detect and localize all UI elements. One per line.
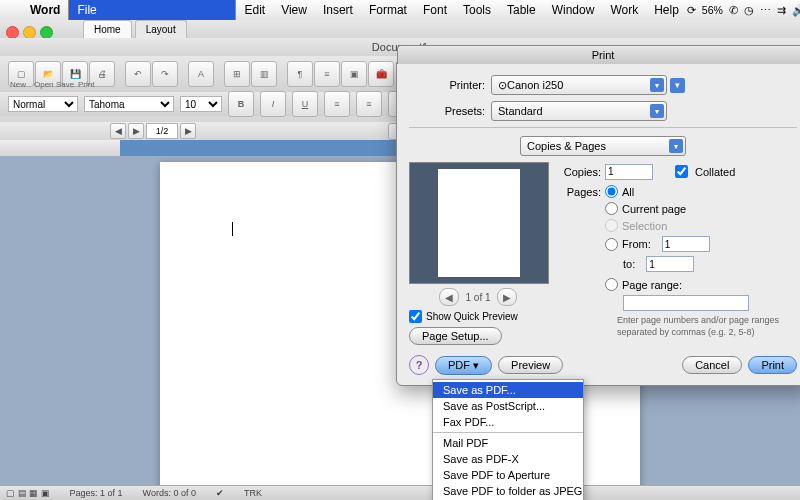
- pdf-button[interactable]: PDF ▾: [435, 356, 492, 375]
- menu-format[interactable]: Format: [361, 1, 415, 19]
- menu-table[interactable]: Table: [499, 1, 544, 19]
- section-value: Copies & Pages: [527, 140, 606, 152]
- menu-save-as-postscript[interactable]: Save as PostScript...: [433, 398, 583, 414]
- print-options: Copies:Collated Pages:All Current page S…: [559, 162, 797, 345]
- show-preview-label: Show Quick Preview: [426, 311, 518, 322]
- preview-panel: ◀ 1 of 1 ▶ Show Quick Preview Page Setup…: [409, 162, 547, 345]
- phone-icon: ✆: [729, 4, 738, 16]
- view-buttons[interactable]: ▢ ▤ ▦ ▣: [6, 488, 50, 498]
- page-prev[interactable]: ◀: [110, 123, 126, 139]
- collated-checkbox[interactable]: [675, 165, 688, 178]
- preview-prev[interactable]: ◀: [439, 288, 459, 306]
- toolbox-button[interactable]: 🧰: [368, 61, 394, 87]
- navigation-button[interactable]: ≡: [314, 61, 340, 87]
- menu-fax-pdf[interactable]: Fax PDF...: [433, 414, 583, 430]
- pages-label: Pages:: [70, 488, 98, 498]
- menu-font[interactable]: Font: [415, 1, 455, 19]
- print-dialog-title: Print: [397, 45, 800, 64]
- size-select[interactable]: 10: [180, 96, 222, 112]
- print-button[interactable]: Print: [748, 356, 797, 374]
- page-next[interactable]: ▶: [128, 123, 144, 139]
- show-button[interactable]: ¶: [287, 61, 313, 87]
- page-range-label: Page range:: [622, 279, 682, 291]
- wifi-icon: ⇉: [777, 4, 786, 16]
- app-name[interactable]: Word: [22, 1, 68, 19]
- print-dialog: Print Printer: ⊙ Canon i250▾ ▾ Presets: …: [396, 62, 800, 386]
- menu-save-pdf-jpeg[interactable]: Save PDF to folder as JPEG: [433, 483, 583, 499]
- pages-all-label: All: [622, 186, 634, 198]
- status-bar: ▢ ▤ ▦ ▣ Pages: 1 of 1 Words: 0 of 0 ✔ TR…: [0, 485, 800, 500]
- menu-tools[interactable]: Tools: [455, 1, 499, 19]
- printer-info-button[interactable]: ▾: [670, 78, 685, 93]
- apple-menu[interactable]: [6, 8, 22, 12]
- lbl-new: New: [10, 80, 26, 89]
- page-range-radio[interactable]: [605, 278, 618, 291]
- lbl-save: Save: [56, 80, 74, 89]
- style-select[interactable]: Normal: [8, 96, 78, 112]
- menu-window[interactable]: Window: [544, 1, 603, 19]
- align-center-button[interactable]: ≡: [356, 91, 382, 117]
- menu-save-as-pdf[interactable]: Save as PDF...: [433, 382, 583, 398]
- pages-all-radio[interactable]: [605, 185, 618, 198]
- menu-edit[interactable]: Edit: [236, 1, 273, 19]
- gallery-button[interactable]: ▣: [341, 61, 367, 87]
- preview-next[interactable]: ▶: [497, 288, 517, 306]
- macos-menubar: Word File Edit View Insert Format Font T…: [0, 0, 800, 21]
- page-field[interactable]: [146, 123, 178, 139]
- section-select[interactable]: Copies & Pages▾: [520, 136, 686, 156]
- menu-help[interactable]: Help: [646, 1, 687, 19]
- preview-button[interactable]: Preview: [498, 356, 563, 374]
- format-button[interactable]: A: [188, 61, 214, 87]
- columns-button[interactable]: ▥: [251, 61, 277, 87]
- to-field[interactable]: [646, 256, 694, 272]
- lbl-open: Open: [34, 80, 54, 89]
- tables-button[interactable]: ⊞: [224, 61, 250, 87]
- presets-select[interactable]: Standard▾: [491, 101, 667, 121]
- from-field[interactable]: [662, 236, 710, 252]
- pages-current-radio[interactable]: [605, 202, 618, 215]
- page-go[interactable]: ▶: [180, 123, 196, 139]
- preview-page-label: 1 of 1: [465, 292, 490, 303]
- dots-icon: ⋯: [760, 4, 771, 16]
- redo-button[interactable]: ↷: [152, 61, 178, 87]
- menu-file[interactable]: File: [68, 0, 236, 22]
- copies-label: Copies:: [559, 166, 601, 178]
- copies-field[interactable]: [605, 164, 653, 180]
- pages-selection-label: Selection: [622, 220, 667, 232]
- words-label: Words:: [143, 488, 171, 498]
- bold-button[interactable]: B: [228, 91, 254, 117]
- cancel-button[interactable]: Cancel: [682, 356, 742, 374]
- tab-home[interactable]: Home: [83, 20, 132, 38]
- pages-current-label: Current page: [622, 203, 686, 215]
- pages-from-label: From:: [622, 238, 651, 250]
- clock-icon: ◷: [744, 4, 754, 16]
- help-icon[interactable]: ?: [409, 355, 429, 375]
- printer-select[interactable]: ⊙ Canon i250▾: [491, 75, 667, 95]
- sync-icon: ⟳: [687, 4, 696, 16]
- presets-label: Presets:: [409, 105, 485, 117]
- align-left-button[interactable]: ≡: [324, 91, 350, 117]
- menu-work[interactable]: Work: [602, 1, 646, 19]
- collated-label: Collated: [695, 166, 735, 178]
- menu-mail-pdf[interactable]: Mail PDF: [433, 435, 583, 451]
- show-preview-checkbox[interactable]: [409, 310, 422, 323]
- page-setup-button[interactable]: Page Setup...: [409, 327, 502, 345]
- tab-layout[interactable]: Layout: [135, 20, 187, 38]
- text-cursor: [232, 222, 233, 236]
- trk-label[interactable]: TRK: [244, 488, 262, 498]
- italic-button[interactable]: I: [260, 91, 286, 117]
- menu-save-as-pdfx[interactable]: Save as PDF-X: [433, 451, 583, 467]
- undo-button[interactable]: ↶: [125, 61, 151, 87]
- words-value: 0 of 0: [173, 488, 196, 498]
- menu-save-pdf-aperture[interactable]: Save PDF to Aperture: [433, 467, 583, 483]
- page-range-field[interactable]: [623, 295, 749, 311]
- menu-insert[interactable]: Insert: [315, 1, 361, 19]
- menu-view[interactable]: View: [273, 1, 315, 19]
- presets-value: Standard: [498, 105, 543, 117]
- font-select[interactable]: Tahoma: [84, 96, 174, 112]
- underline-button[interactable]: U: [292, 91, 318, 117]
- spellcheck-icon[interactable]: ✔: [216, 488, 224, 498]
- pages-label2: Pages:: [559, 186, 601, 198]
- printer-value: Canon i250: [507, 79, 563, 91]
- pages-from-radio[interactable]: [605, 238, 618, 251]
